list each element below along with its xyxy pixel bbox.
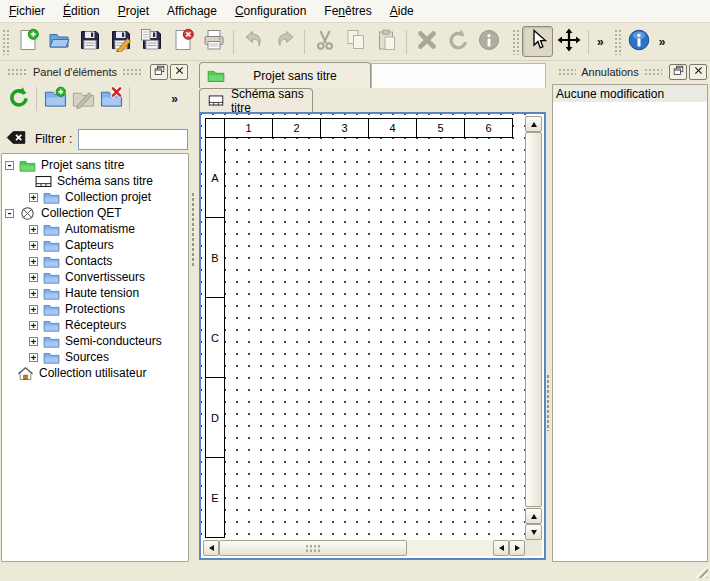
resize-grip[interactable] xyxy=(695,565,708,578)
row-header: B xyxy=(205,217,225,298)
tree-item-haute-tension[interactable]: + Haute tension xyxy=(2,285,188,301)
print-icon xyxy=(202,28,226,55)
toolbar-separator xyxy=(406,30,407,54)
tree-item-collection-projet[interactable]: + Collection projet xyxy=(2,189,188,205)
cut-icon xyxy=(313,28,337,55)
delete-category-button[interactable] xyxy=(97,85,125,113)
blue-folder-icon xyxy=(43,318,60,333)
expand-expander-icon[interactable]: + xyxy=(29,305,38,314)
menu-aide[interactable]: Aide xyxy=(381,1,423,21)
close-panel-button[interactable] xyxy=(170,64,188,80)
save-all-button[interactable] xyxy=(136,26,167,57)
print-button[interactable] xyxy=(198,26,229,57)
vertical-scrollbar-thumb[interactable] xyxy=(525,132,542,507)
toolbar-separator xyxy=(233,30,234,54)
blue-folder-icon xyxy=(43,254,60,269)
expand-expander-icon[interactable]: + xyxy=(29,241,38,250)
up-arrow-icon xyxy=(531,122,537,127)
menu-fenetres[interactable]: Fenêtres xyxy=(315,1,380,21)
green-folder-icon xyxy=(206,68,226,83)
tree-item-semi-conducteurs[interactable]: + Semi-conducteurs xyxy=(2,333,188,349)
horizontal-scrollbar[interactable] xyxy=(203,540,525,556)
blue-folder-icon xyxy=(43,270,60,285)
undo-panel-header[interactable]: Annulations xyxy=(553,63,707,81)
expand-expander-icon[interactable]: + xyxy=(29,193,38,202)
undo-list-item[interactable]: Aucune modification xyxy=(553,85,707,102)
tree-item-collection-utilisateur[interactable]: Collection utilisateur xyxy=(2,365,188,381)
blue-folder-icon xyxy=(43,190,60,205)
toolbar-overflow-button[interactable]: » xyxy=(593,35,608,49)
folder-plus-icon xyxy=(44,86,67,112)
scroll-left-button[interactable] xyxy=(203,540,219,556)
clear-filter-icon[interactable] xyxy=(6,129,26,149)
float-panel-button[interactable] xyxy=(150,64,168,80)
tree-item-schema-sans-titre[interactable]: Schéma sans titre xyxy=(2,173,188,189)
reload-collections-button[interactable] xyxy=(4,85,32,113)
scroll-up-button[interactable] xyxy=(525,508,542,524)
collapse-expander-icon[interactable]: - xyxy=(5,161,14,170)
tree-item-protections[interactable]: + Protections xyxy=(2,301,188,317)
vertical-scrollbar[interactable] xyxy=(525,116,542,540)
tree-item-capteurs[interactable]: + Capteurs xyxy=(2,237,188,253)
new-file-button[interactable] xyxy=(12,26,43,57)
tree-item-projet-sans-titre[interactable]: - Projet sans titre xyxy=(2,157,188,173)
toolbar-drag-handle[interactable] xyxy=(512,29,519,55)
scroll-right-button[interactable] xyxy=(509,540,525,556)
menu-edition[interactable]: Édition xyxy=(54,1,109,21)
close-file-icon xyxy=(171,28,195,55)
save-button[interactable] xyxy=(74,26,105,57)
tree-item-contacts[interactable]: + Contacts xyxy=(2,253,188,269)
open-file-button[interactable] xyxy=(43,26,74,57)
expand-expander-icon[interactable]: + xyxy=(29,353,38,362)
thumb-grip-dots xyxy=(305,544,321,553)
close-panel-button[interactable] xyxy=(689,64,707,80)
expand-expander-icon[interactable]: + xyxy=(29,289,38,298)
collapse-expander-icon[interactable]: - xyxy=(5,209,14,218)
scroll-left-button[interactable] xyxy=(493,540,509,556)
move-tool-button[interactable] xyxy=(553,26,584,57)
expand-expander-icon[interactable]: + xyxy=(29,337,38,346)
menu-configuration[interactable]: Configuration xyxy=(226,1,315,21)
menu-affichage[interactable]: Affichage xyxy=(158,1,226,21)
toolbar-overflow-button[interactable]: » xyxy=(655,35,670,49)
scrollbar-corner xyxy=(525,540,542,556)
elements-panel-header[interactable]: Panel d'éléments xyxy=(2,63,188,81)
folder-red-x-icon xyxy=(100,86,123,112)
select-tool-button[interactable] xyxy=(522,26,553,57)
tree-item-automatisme[interactable]: + Automatisme xyxy=(2,221,188,237)
tab-schema-sans-titre[interactable]: Schéma sans titre xyxy=(199,88,313,112)
new-category-button[interactable] xyxy=(41,85,69,113)
scroll-up-button[interactable] xyxy=(525,116,542,132)
expand-expander-icon[interactable]: + xyxy=(29,273,38,282)
schema-canvas[interactable] xyxy=(201,114,527,542)
save-as-button[interactable] xyxy=(105,26,136,57)
tree-item-sources[interactable]: + Sources xyxy=(2,349,188,365)
panel-toolbar-overflow-button[interactable]: » xyxy=(167,92,182,106)
left-splitter-handle[interactable] xyxy=(191,192,195,266)
tree-item-recepteurs[interactable]: + Récepteurs xyxy=(2,317,188,333)
filter-input[interactable] xyxy=(78,129,188,150)
menu-fichier[interactable]: Fichier xyxy=(0,1,54,21)
tab-projet-sans-titre[interactable]: Projet sans titre xyxy=(199,62,371,88)
schema-tab-label: Schéma sans titre xyxy=(231,87,305,115)
float-panel-button[interactable] xyxy=(669,64,687,80)
filter-row: Filtrer : xyxy=(6,127,188,151)
toolbar-drag-handle[interactable] xyxy=(2,29,9,55)
tree-item-convertisseurs[interactable]: + Convertisseurs xyxy=(2,269,188,285)
scroll-down-button[interactable] xyxy=(525,524,542,540)
blue-folder-icon xyxy=(43,286,60,301)
expand-expander-icon[interactable]: + xyxy=(29,225,38,234)
about-qet-button[interactable] xyxy=(624,26,655,57)
right-splitter-handle[interactable] xyxy=(546,374,550,431)
tree-item-collection-qet[interactable]: - Collection QET xyxy=(2,205,188,221)
close-file-button[interactable] xyxy=(167,26,198,57)
column-header: 3 xyxy=(320,118,369,138)
toolbar-drag-handle[interactable] xyxy=(614,29,621,55)
menu-projet[interactable]: Projet xyxy=(109,1,158,21)
horizontal-scrollbar-thumb[interactable] xyxy=(219,540,407,556)
row-header: D xyxy=(205,377,225,458)
paste-button xyxy=(371,26,402,57)
expand-expander-icon[interactable]: + xyxy=(29,257,38,266)
rotate-button xyxy=(442,26,473,57)
expand-expander-icon[interactable]: + xyxy=(29,321,38,330)
